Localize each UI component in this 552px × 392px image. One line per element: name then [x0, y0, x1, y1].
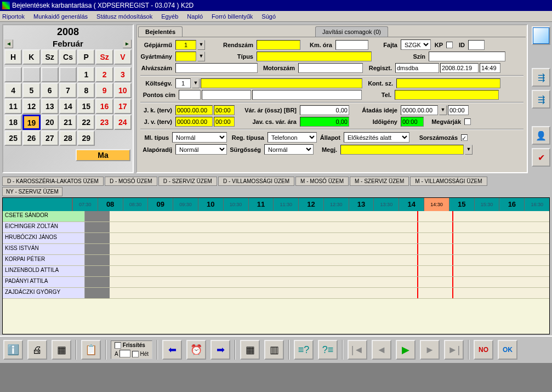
plant-tab[interactable]: D - MOSÓ ÜZEM: [105, 177, 157, 186]
calendar-day-27[interactable]: 27: [41, 130, 59, 146]
pontoscim-1[interactable]: [179, 90, 201, 100]
list2-button[interactable]: ?≡: [318, 340, 338, 360]
tel-field[interactable]: [395, 90, 499, 100]
calendar-day-12[interactable]: 12: [22, 99, 40, 114]
calendar-day-29[interactable]: 29: [77, 130, 95, 146]
plant-tab[interactable]: D - VILLAMOSSÁGI ÜZEM: [218, 177, 294, 186]
grid-button[interactable]: ▦: [52, 340, 71, 360]
no-button[interactable]: NO: [474, 340, 493, 360]
schedule-row[interactable]: EICHINGER ZOLTÁN: [3, 222, 549, 233]
gyartmany-dd[interactable]: ▼: [197, 52, 205, 61]
alaporadij-select[interactable]: Normál: [175, 144, 227, 155]
fajta-select[interactable]: SZGK: [401, 39, 431, 50]
mltipus-select[interactable]: Normál: [172, 132, 227, 143]
calendar-day-16[interactable]: 16: [95, 99, 113, 114]
calendar-day-15[interactable]: 15: [77, 99, 95, 114]
calendar-day-22[interactable]: 22: [77, 115, 95, 130]
pontoscim-2[interactable]: [202, 90, 251, 100]
notes-button[interactable]: 📋: [81, 340, 101, 360]
alvazszam-field[interactable]: [175, 63, 258, 73]
plant-tab[interactable]: M - VILLAMOSSÁGI ÜZEM: [410, 177, 487, 186]
menu-sugo[interactable]: Súgó: [261, 13, 276, 20]
calendar-day-4[interactable]: 4: [4, 83, 22, 98]
megj-dd[interactable]: ▼: [465, 145, 473, 155]
tab-bejelentes[interactable]: Bejelentés: [138, 26, 183, 37]
calendar-day-18[interactable]: 18: [4, 115, 22, 130]
surgosseg-select[interactable]: Normál: [264, 144, 314, 155]
last-button[interactable]: ►|: [444, 340, 464, 360]
menu-forro[interactable]: Forró billentyűk: [212, 13, 253, 20]
calendar-day-9[interactable]: 9: [95, 83, 113, 98]
menu-egyeb[interactable]: Egyéb: [161, 13, 178, 20]
calendar-day-7[interactable]: 7: [59, 83, 77, 98]
regtipusa-select[interactable]: Telefonon: [268, 132, 317, 143]
prev-month-button[interactable]: ◄: [4, 39, 13, 48]
calendar-day-11[interactable]: 11: [4, 99, 22, 114]
calendar-day-19[interactable]: 19: [22, 115, 40, 130]
motorszam-field[interactable]: [298, 63, 363, 73]
sorszamozas-checkbox[interactable]: ✓: [461, 134, 468, 141]
sort-desc-button[interactable]: ⇶: [532, 90, 550, 109]
calendar-day-28[interactable]: 28: [59, 130, 77, 146]
gyartmany-field[interactable]: [175, 52, 196, 61]
clock-button[interactable]: ⏰: [186, 340, 206, 360]
calendar-day-25[interactable]: 25: [4, 130, 22, 146]
frissites-checkbox[interactable]: [115, 342, 121, 349]
selected-plant-tab[interactable]: NY - SZERVIZ ÜZEM: [2, 187, 62, 196]
gepjarmu-field[interactable]: [175, 40, 196, 50]
calendar-day-10[interactable]: 10: [114, 83, 132, 98]
calendar-day-5[interactable]: 5: [22, 83, 40, 98]
allapot-select[interactable]: Előkészítés alatt: [344, 132, 409, 143]
calendar-day-23[interactable]: 23: [95, 115, 113, 130]
calendar-day-3[interactable]: 3: [114, 67, 132, 82]
schedule-row[interactable]: LINZENBOLD ATTILA: [3, 266, 549, 277]
plant-tab[interactable]: M - MOSÓ ÜZEM: [295, 177, 349, 186]
jvterv-time[interactable]: [214, 117, 235, 127]
a-field[interactable]: [119, 350, 130, 357]
info-button[interactable]: ℹ️: [3, 340, 23, 360]
calendar-day-1[interactable]: 1: [77, 67, 95, 82]
table2-button[interactable]: ▥: [264, 340, 284, 360]
confirm-button[interactable]: ✔: [532, 148, 550, 167]
jkterv-time[interactable]: [214, 105, 235, 115]
first-button[interactable]: |◄: [348, 340, 367, 360]
vararossz-field[interactable]: [300, 105, 349, 115]
calendar-day-6[interactable]: 6: [41, 83, 59, 98]
menu-statusz[interactable]: Státusz módosítások: [96, 13, 152, 20]
schedule-row[interactable]: HRUBÓCZKI JÁNOS: [3, 233, 549, 244]
jkterv-date[interactable]: [175, 105, 213, 115]
edit-button[interactable]: [532, 26, 550, 45]
calendar-day-17[interactable]: 17: [114, 99, 132, 114]
a-checkbox[interactable]: [132, 351, 139, 357]
menu-riportok[interactable]: Riportok: [2, 13, 25, 20]
user-button[interactable]: 👤: [532, 126, 550, 145]
atadas-time[interactable]: [448, 105, 469, 115]
atadas-dd[interactable]: ▼: [439, 105, 447, 115]
calendar-day-14[interactable]: 14: [59, 99, 77, 114]
calendar-day-26[interactable]: 26: [22, 130, 40, 146]
calendar-day-13[interactable]: 13: [41, 99, 59, 114]
calendar-day-24[interactable]: 24: [114, 115, 132, 130]
sort-asc-button[interactable]: ⇶: [532, 68, 550, 87]
print-button[interactable]: 🖨: [27, 340, 47, 360]
back-button[interactable]: ◄: [372, 340, 391, 360]
schedule-row[interactable]: PADÁNYI ATTILA: [3, 277, 549, 288]
kp-checkbox[interactable]: [446, 42, 453, 48]
plant-tab[interactable]: D - SZERVIZ ÜZEM: [158, 177, 217, 186]
schedule-row[interactable]: ZAJDÁCZKI GYÖRGY: [3, 288, 549, 299]
megvarjak-checkbox[interactable]: [464, 118, 471, 125]
megj-field[interactable]: [340, 145, 464, 155]
szin-field[interactable]: [429, 52, 505, 61]
koltsegv-name[interactable]: [201, 78, 362, 88]
play-button[interactable]: ▶: [396, 340, 416, 360]
plant-tab[interactable]: M - SZERVIZ ÜZEM: [350, 177, 409, 186]
list1-button[interactable]: ≡?: [294, 340, 314, 360]
gepjarmu-dd[interactable]: ▼: [197, 40, 205, 50]
menu-munkaido[interactable]: Munkaidő generálás: [33, 13, 88, 20]
jvterv-date[interactable]: [175, 117, 213, 127]
fwd-button[interactable]: ►: [420, 340, 440, 360]
next-button[interactable]: ➡: [210, 340, 230, 360]
koltsegv-field[interactable]: [175, 78, 191, 88]
today-button[interactable]: Ma: [76, 149, 130, 161]
menu-naplo[interactable]: Napló: [187, 13, 203, 20]
